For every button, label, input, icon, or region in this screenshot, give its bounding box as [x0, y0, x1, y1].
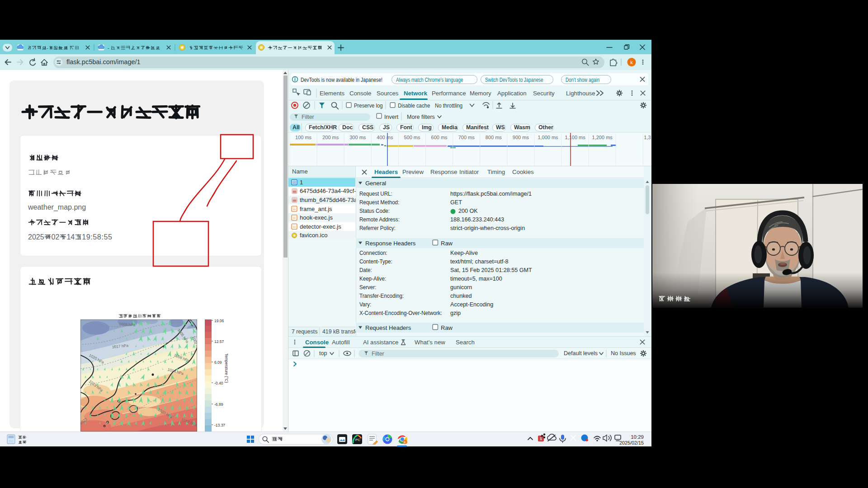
svg-text:Temperature (°C): Temperature (°C) [224, 353, 229, 383]
svg-text:-13.37: -13.37 [214, 423, 225, 427]
svg-text:1008 hPa: 1008 hPa [119, 322, 136, 327]
svg-text:12.57: 12.57 [214, 339, 224, 344]
svg-text:19.06: 19.06 [214, 319, 224, 323]
